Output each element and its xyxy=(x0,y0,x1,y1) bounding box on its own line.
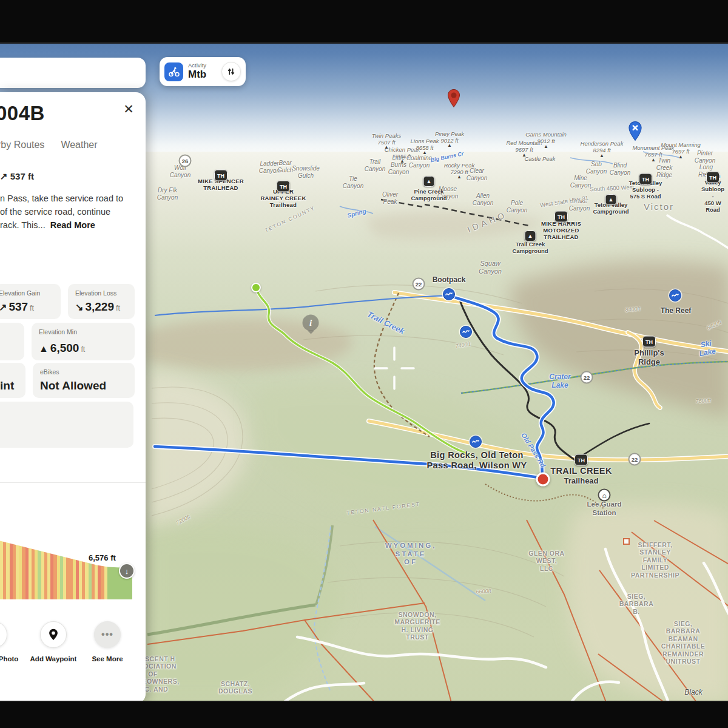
waypoint-pin-icon xyxy=(47,628,60,641)
route-details-panel: 004B ✕ rby Routes Weather ↗ 537 ft n Pas… xyxy=(0,92,146,704)
summit-icon: ▲ xyxy=(599,153,604,158)
summit-icon: ▲ xyxy=(544,144,548,149)
activity-sort-button[interactable] xyxy=(221,62,241,81)
map-crosshair xyxy=(370,344,419,393)
tab-weather[interactable]: Weather xyxy=(61,140,97,150)
mountain-icon: ▲ xyxy=(39,343,49,354)
campground-icon[interactable]: ▲ xyxy=(605,194,617,205)
route-start-dot[interactable] xyxy=(251,283,261,292)
highway-shield-22: 22 xyxy=(629,453,641,466)
stat-card-elevation-min: Elevation Min ▲6,500ft xyxy=(32,323,135,360)
map-pin-waypoint[interactable] xyxy=(627,121,643,141)
elevation-end-label: 6,576 ft xyxy=(89,553,116,562)
add-waypoint-button[interactable] xyxy=(40,621,67,648)
read-more-link[interactable]: Read More xyxy=(50,220,95,230)
activity-selector[interactable]: Activity Mtb xyxy=(160,57,246,86)
arrow-up-right-icon: ↗ xyxy=(0,302,7,312)
trailhead-badge[interactable]: TH xyxy=(706,172,720,183)
route-ascent-stat: ↗ 537 ft xyxy=(0,171,34,182)
trailhead-badge[interactable]: TH xyxy=(554,211,568,223)
stat-card-elevation-loss: Elevation Loss ↘3,229ft xyxy=(68,284,135,319)
close-button[interactable]: ✕ xyxy=(121,101,136,116)
route-title: 004B xyxy=(0,102,45,125)
camera-icon xyxy=(0,628,1,641)
guard-station-icon[interactable]: ⌂ xyxy=(598,489,611,502)
summit-icon: ▲ xyxy=(678,154,683,160)
swap-arrows-icon xyxy=(227,67,235,76)
trail-marker[interactable] xyxy=(443,288,455,300)
description-line: rack. This... Read More xyxy=(0,218,123,232)
trail-marker[interactable] xyxy=(470,436,482,448)
description-line: n Pass, take the service road to xyxy=(0,192,123,205)
info-pin[interactable]: i xyxy=(303,315,319,331)
add-photo-label[interactable]: Photo xyxy=(0,655,18,662)
stat-card-ebikes: eBikes Not Allowed xyxy=(33,363,135,398)
trailhead-badge[interactable]: TH xyxy=(575,454,588,466)
description-line: of the service road, continue xyxy=(0,205,123,218)
stat-card-route-type: int xyxy=(0,363,25,398)
summit-icon: ▲ xyxy=(384,144,389,150)
trailhead-badge[interactable]: TH xyxy=(277,181,290,192)
campground-icon[interactable]: ▲ xyxy=(423,176,435,187)
stat-card-elevation-gain: Elevation Gain ↗537ft xyxy=(0,284,61,319)
summit-icon: ▲ xyxy=(400,158,405,164)
download-elevation-icon[interactable]: ↓ xyxy=(119,563,135,579)
summit-icon: ▲ xyxy=(422,150,427,155)
tab-nearby-routes[interactable]: rby Routes xyxy=(0,140,44,150)
search-input[interactable] xyxy=(0,67,137,79)
see-more-label[interactable]: See More xyxy=(92,655,123,662)
stat-card-cut xyxy=(0,323,24,360)
add-waypoint-label[interactable]: Add Waypoint xyxy=(30,655,77,662)
route-end-dot[interactable] xyxy=(536,473,550,487)
mtb-activity-icon xyxy=(164,62,183,81)
highway-shield-26: 26 xyxy=(179,155,192,167)
app-screenshot: Twin Peaks 7507 ftChicken Peak 8346 ftLi… xyxy=(0,0,728,728)
panel-divider xyxy=(0,482,146,483)
stat-card-wide xyxy=(0,402,133,448)
summit-icon: ▲ xyxy=(447,143,452,148)
ellipsis-icon: ••• xyxy=(101,629,113,640)
see-more-button[interactable]: ••• xyxy=(94,621,121,648)
panel-tabs: rby Routes Weather xyxy=(0,140,98,150)
top-letterbox-bar xyxy=(0,0,728,44)
activity-text: Activity Mtb xyxy=(188,62,221,80)
add-photo-button[interactable] xyxy=(0,621,7,648)
summit-icon: ▲ xyxy=(457,174,462,180)
trailhead-badge[interactable]: TH xyxy=(642,336,656,348)
activity-value: Mtb xyxy=(188,69,221,81)
activity-label: Activity xyxy=(188,62,221,69)
trailhead-badge[interactable]: TH xyxy=(639,174,652,185)
arrow-down-right-icon: ↘ xyxy=(75,302,83,312)
highway-shield-22: 22 xyxy=(413,278,425,291)
route-description: n Pass, take the service road to of the … xyxy=(0,192,123,232)
bottom-letterbox-bar xyxy=(0,701,728,728)
search-bar[interactable] xyxy=(0,58,146,88)
summit-icon: ▲ xyxy=(522,152,527,158)
summit-icon: ▲ xyxy=(651,157,656,163)
campground-icon[interactable]: ▲ xyxy=(525,231,536,241)
trail-marker[interactable] xyxy=(669,289,681,302)
trailhead-badge[interactable]: TH xyxy=(214,170,228,181)
highway-shield-22: 22 xyxy=(581,371,593,384)
elevation-profile-chart[interactable]: 6,576 ft ↓ xyxy=(0,535,146,599)
map-pin-red[interactable] xyxy=(447,89,461,108)
trail-marker[interactable] xyxy=(460,326,472,338)
